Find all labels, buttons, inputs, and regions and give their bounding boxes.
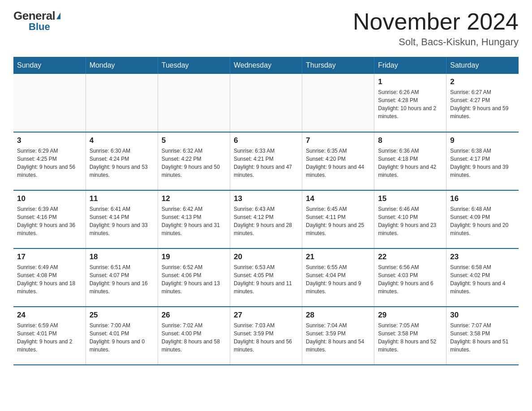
- location-subtitle: Solt, Bacs-Kiskun, Hungary: [353, 36, 519, 48]
- day-info: Sunrise: 6:26 AM Sunset: 4:28 PM Dayligh…: [378, 88, 442, 120]
- calendar-week-4: 17Sunrise: 6:49 AM Sunset: 4:08 PM Dayli…: [13, 248, 519, 307]
- calendar-cell: 14Sunrise: 6:45 AM Sunset: 4:11 PM Dayli…: [302, 190, 374, 248]
- day-number: 2: [450, 77, 515, 86]
- calendar-cell: 21Sunrise: 6:55 AM Sunset: 4:04 PM Dayli…: [302, 248, 374, 307]
- calendar-cell: 22Sunrise: 6:56 AM Sunset: 4:03 PM Dayli…: [374, 248, 446, 307]
- calendar-header: Sunday Monday Tuesday Wednesday Thursday…: [13, 57, 519, 74]
- calendar-cell: 30Sunrise: 7:07 AM Sunset: 3:58 PM Dayli…: [446, 307, 519, 365]
- calendar-cell: 3Sunrise: 6:29 AM Sunset: 4:25 PM Daylig…: [13, 132, 86, 190]
- day-info: Sunrise: 6:52 AM Sunset: 4:06 PM Dayligh…: [162, 263, 226, 295]
- calendar-cell: [13, 74, 86, 132]
- calendar-cell: 9Sunrise: 6:38 AM Sunset: 4:17 PM Daylig…: [446, 132, 519, 190]
- day-number: 27: [234, 311, 298, 320]
- calendar-cell: 10Sunrise: 6:39 AM Sunset: 4:16 PM Dayli…: [13, 190, 86, 248]
- day-number: 11: [90, 194, 154, 203]
- day-number: 30: [450, 311, 515, 320]
- calendar-cell: 16Sunrise: 6:48 AM Sunset: 4:09 PM Dayli…: [446, 190, 519, 248]
- day-info: Sunrise: 6:29 AM Sunset: 4:25 PM Dayligh…: [17, 147, 82, 179]
- day-info: Sunrise: 6:36 AM Sunset: 4:18 PM Dayligh…: [378, 147, 442, 179]
- calendar-cell: 4Sunrise: 6:30 AM Sunset: 4:24 PM Daylig…: [86, 132, 158, 190]
- day-info: Sunrise: 6:33 AM Sunset: 4:21 PM Dayligh…: [234, 147, 298, 179]
- day-info: Sunrise: 6:38 AM Sunset: 4:17 PM Dayligh…: [450, 147, 515, 179]
- calendar-cell: 27Sunrise: 7:03 AM Sunset: 3:59 PM Dayli…: [230, 307, 302, 365]
- calendar-cell: [230, 74, 302, 132]
- day-number: 15: [378, 194, 442, 203]
- day-number: 17: [17, 253, 82, 261]
- calendar-cell: 19Sunrise: 6:52 AM Sunset: 4:06 PM Dayli…: [158, 248, 230, 307]
- col-monday: Monday: [86, 57, 158, 74]
- calendar-week-2: 3Sunrise: 6:29 AM Sunset: 4:25 PM Daylig…: [13, 132, 519, 190]
- col-wednesday: Wednesday: [230, 57, 302, 74]
- day-number: 18: [90, 253, 154, 261]
- day-number: 3: [17, 136, 82, 145]
- logo: General Blue: [13, 9, 60, 33]
- calendar-cell: 13Sunrise: 6:43 AM Sunset: 4:12 PM Dayli…: [230, 190, 302, 248]
- day-info: Sunrise: 6:56 AM Sunset: 4:03 PM Dayligh…: [378, 263, 442, 295]
- day-number: 10: [17, 194, 82, 203]
- page-header: General Blue November 2024 Solt, Bacs-Ki…: [13, 9, 519, 48]
- col-sunday: Sunday: [13, 57, 86, 74]
- calendar-cell: [302, 74, 374, 132]
- calendar-table: Sunday Monday Tuesday Wednesday Thursday…: [13, 57, 519, 365]
- day-number: 1: [378, 77, 442, 86]
- day-info: Sunrise: 6:39 AM Sunset: 4:16 PM Dayligh…: [17, 205, 82, 237]
- day-number: 21: [306, 253, 370, 261]
- calendar-cell: 28Sunrise: 7:04 AM Sunset: 3:59 PM Dayli…: [302, 307, 374, 365]
- day-number: 8: [378, 136, 442, 145]
- calendar-cell: 25Sunrise: 7:00 AM Sunset: 4:01 PM Dayli…: [86, 307, 158, 365]
- calendar-body: 1Sunrise: 6:26 AM Sunset: 4:28 PM Daylig…: [13, 74, 519, 365]
- calendar-cell: 29Sunrise: 7:05 AM Sunset: 3:58 PM Dayli…: [374, 307, 446, 365]
- day-info: Sunrise: 6:48 AM Sunset: 4:09 PM Dayligh…: [450, 205, 515, 237]
- title-area: November 2024 Solt, Bacs-Kiskun, Hungary: [353, 9, 519, 48]
- calendar-cell: 20Sunrise: 6:53 AM Sunset: 4:05 PM Dayli…: [230, 248, 302, 307]
- day-number: 26: [162, 311, 226, 320]
- day-number: 20: [234, 253, 298, 261]
- day-info: Sunrise: 6:42 AM Sunset: 4:13 PM Dayligh…: [162, 205, 226, 237]
- col-thursday: Thursday: [302, 57, 374, 74]
- month-title: November 2024: [353, 9, 519, 34]
- calendar-cell: 24Sunrise: 6:59 AM Sunset: 4:01 PM Dayli…: [13, 307, 86, 365]
- day-info: Sunrise: 7:00 AM Sunset: 4:01 PM Dayligh…: [90, 321, 154, 354]
- header-row: Sunday Monday Tuesday Wednesday Thursday…: [13, 57, 519, 74]
- day-info: Sunrise: 6:41 AM Sunset: 4:14 PM Dayligh…: [90, 205, 154, 237]
- day-info: Sunrise: 6:45 AM Sunset: 4:11 PM Dayligh…: [306, 205, 370, 237]
- day-info: Sunrise: 6:49 AM Sunset: 4:08 PM Dayligh…: [17, 263, 82, 295]
- calendar-cell: 1Sunrise: 6:26 AM Sunset: 4:28 PM Daylig…: [374, 74, 446, 132]
- calendar-cell: 23Sunrise: 6:58 AM Sunset: 4:02 PM Dayli…: [446, 248, 519, 307]
- calendar-cell: 7Sunrise: 6:35 AM Sunset: 4:20 PM Daylig…: [302, 132, 374, 190]
- calendar-cell: 26Sunrise: 7:02 AM Sunset: 4:00 PM Dayli…: [158, 307, 230, 365]
- day-number: 22: [378, 253, 442, 261]
- calendar-cell: 15Sunrise: 6:46 AM Sunset: 4:10 PM Dayli…: [374, 190, 446, 248]
- day-info: Sunrise: 6:51 AM Sunset: 4:07 PM Dayligh…: [90, 263, 154, 295]
- day-number: 29: [378, 311, 442, 320]
- day-info: Sunrise: 7:07 AM Sunset: 3:58 PM Dayligh…: [450, 321, 515, 354]
- day-info: Sunrise: 6:32 AM Sunset: 4:22 PM Dayligh…: [162, 147, 226, 179]
- day-info: Sunrise: 6:46 AM Sunset: 4:10 PM Dayligh…: [378, 205, 442, 237]
- day-number: 14: [306, 194, 370, 203]
- calendar-cell: [158, 74, 230, 132]
- col-saturday: Saturday: [446, 57, 519, 74]
- logo-blue-text: Blue: [29, 21, 50, 33]
- day-number: 12: [162, 194, 226, 203]
- day-number: 13: [234, 194, 298, 203]
- calendar-cell: 5Sunrise: 6:32 AM Sunset: 4:22 PM Daylig…: [158, 132, 230, 190]
- day-info: Sunrise: 7:04 AM Sunset: 3:59 PM Dayligh…: [306, 321, 370, 354]
- day-number: 5: [162, 136, 226, 145]
- calendar-week-3: 10Sunrise: 6:39 AM Sunset: 4:16 PM Dayli…: [13, 190, 519, 248]
- day-number: 25: [90, 311, 154, 320]
- day-number: 19: [162, 253, 226, 261]
- day-info: Sunrise: 6:43 AM Sunset: 4:12 PM Dayligh…: [234, 205, 298, 237]
- day-number: 16: [450, 194, 515, 203]
- calendar-cell: 12Sunrise: 6:42 AM Sunset: 4:13 PM Dayli…: [158, 190, 230, 248]
- calendar-cell: [86, 74, 158, 132]
- calendar-cell: 2Sunrise: 6:27 AM Sunset: 4:27 PM Daylig…: [446, 74, 519, 132]
- day-number: 6: [234, 136, 298, 145]
- calendar-cell: 17Sunrise: 6:49 AM Sunset: 4:08 PM Dayli…: [13, 248, 86, 307]
- calendar-cell: 18Sunrise: 6:51 AM Sunset: 4:07 PM Dayli…: [86, 248, 158, 307]
- day-info: Sunrise: 6:59 AM Sunset: 4:01 PM Dayligh…: [17, 321, 82, 354]
- col-tuesday: Tuesday: [158, 57, 230, 74]
- col-friday: Friday: [374, 57, 446, 74]
- day-info: Sunrise: 6:55 AM Sunset: 4:04 PM Dayligh…: [306, 263, 370, 295]
- calendar-cell: 11Sunrise: 6:41 AM Sunset: 4:14 PM Dayli…: [86, 190, 158, 248]
- day-info: Sunrise: 7:03 AM Sunset: 3:59 PM Dayligh…: [234, 321, 298, 354]
